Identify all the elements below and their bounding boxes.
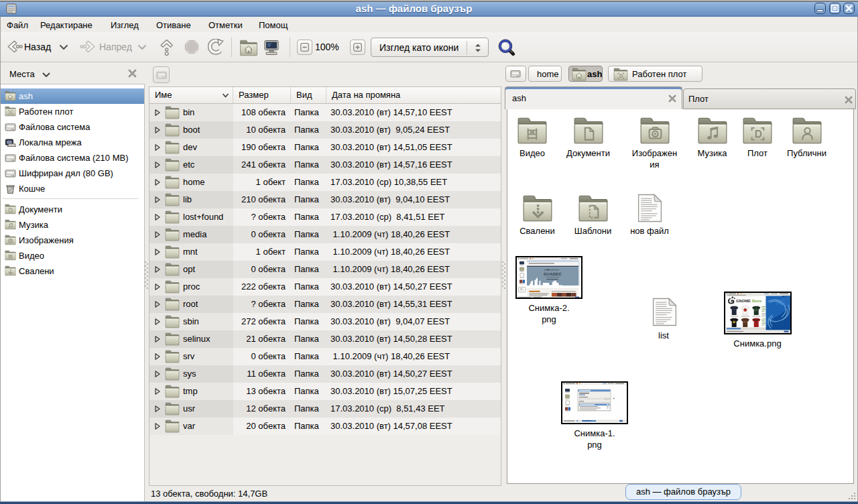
svg-text:GNOME: GNOME <box>736 299 751 303</box>
svg-text:GUADEC: GUADEC <box>544 272 562 276</box>
svg-text:Store: Store <box>752 299 763 303</box>
